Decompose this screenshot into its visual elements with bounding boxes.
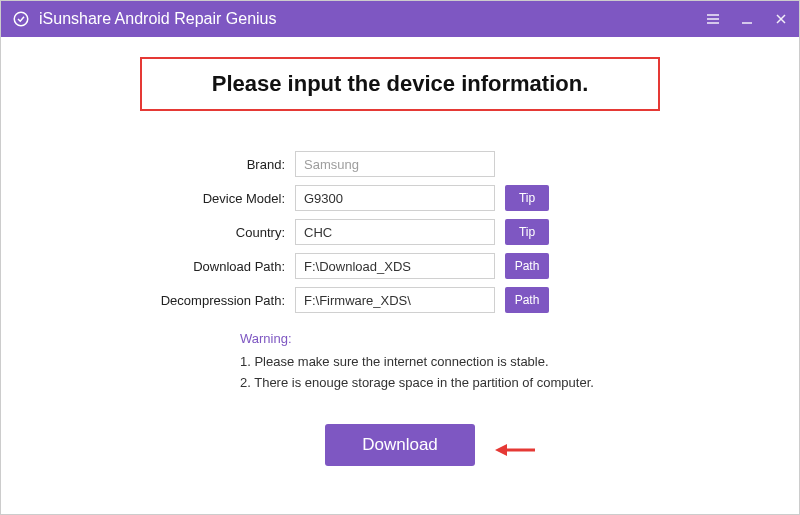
svg-point-0: [14, 12, 28, 26]
row-country: Country: Tip: [120, 219, 680, 245]
warning-title: Warning:: [240, 331, 680, 346]
decompression-path-input[interactable]: [295, 287, 495, 313]
brand-label: Brand:: [120, 157, 295, 172]
heading-highlight-box: Please input the device information.: [140, 57, 660, 111]
decompression-path-button[interactable]: Path: [505, 287, 549, 313]
country-input[interactable]: [295, 219, 495, 245]
brand-input: [295, 151, 495, 177]
arrow-annotation-icon: [495, 438, 535, 464]
row-brand: Brand:: [120, 151, 680, 177]
row-decompression-path: Decompression Path: Path: [120, 287, 680, 313]
device-form: Brand: Device Model: Tip Country: Tip Do…: [120, 151, 680, 394]
app-icon: [11, 9, 31, 29]
warning-line-2: 2. There is enouge storage space in the …: [240, 373, 680, 394]
model-input[interactable]: [295, 185, 495, 211]
download-area: Download: [51, 424, 749, 466]
model-label: Device Model:: [120, 191, 295, 206]
window-controls: [705, 11, 789, 27]
content-area: Please input the device information. Bra…: [1, 37, 799, 466]
menu-icon[interactable]: [705, 11, 721, 27]
titlebar: iSunshare Android Repair Genius: [1, 1, 799, 37]
app-title: iSunshare Android Repair Genius: [39, 10, 705, 28]
model-tip-button[interactable]: Tip: [505, 185, 549, 211]
svg-marker-2: [495, 444, 507, 456]
download-path-label: Download Path:: [120, 259, 295, 274]
minimize-icon[interactable]: [739, 11, 755, 27]
country-tip-button[interactable]: Tip: [505, 219, 549, 245]
row-model: Device Model: Tip: [120, 185, 680, 211]
country-label: Country:: [120, 225, 295, 240]
decompression-path-label: Decompression Path:: [120, 293, 295, 308]
download-path-input[interactable]: [295, 253, 495, 279]
close-icon[interactable]: [773, 11, 789, 27]
row-download-path: Download Path: Path: [120, 253, 680, 279]
warning-block: Warning: 1. Please make sure the interne…: [240, 331, 680, 394]
page-heading: Please input the device information.: [162, 71, 638, 97]
download-button[interactable]: Download: [325, 424, 475, 466]
warning-line-1: 1. Please make sure the internet connect…: [240, 352, 680, 373]
download-path-button[interactable]: Path: [505, 253, 549, 279]
